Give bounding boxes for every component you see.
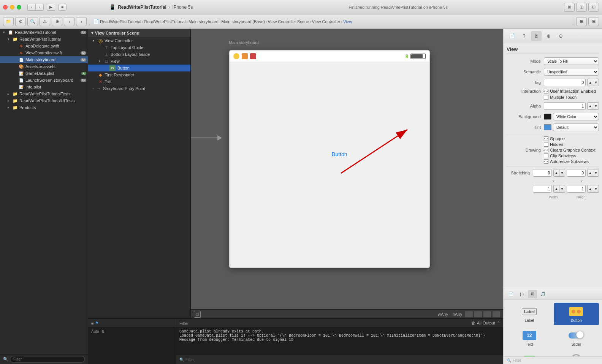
fwd-btn2[interactable]: › [76, 17, 87, 26]
scene-item-responder[interactable]: ◆ First Responder [88, 71, 190, 78]
obj-media-btn[interactable]: 🎵 [539, 290, 548, 298]
scene-item-entry[interactable]: → → Storyboard Entry Point [88, 85, 190, 92]
scene-item-bottomlayout[interactable]: ⊥ Bottom Layout Guide [88, 51, 190, 58]
sidebar-filter-input[interactable] [10, 356, 85, 362]
tint-select[interactable]: Default [553, 123, 599, 131]
inspector-attr-btn[interactable]: 🎚 [531, 31, 542, 41]
multitouch-cb[interactable]: Multiple Touch [544, 95, 577, 100]
minimize-button[interactable] [10, 5, 14, 9]
mode-select[interactable]: Scale To Fill [544, 57, 599, 65]
breadcrumb-item-7[interactable]: View [343, 19, 352, 24]
obj-item-button[interactable]: Button [554, 303, 599, 325]
sidebar-item-products[interactable]: ▸ 📁 Products [0, 104, 88, 111]
canvas-btn-2[interactable] [474, 311, 482, 317]
obj-obj-btn[interactable]: ⊞ [528, 290, 537, 298]
stretch-w-input[interactable] [533, 185, 552, 193]
autoresize-cb[interactable]: ✓ Autoresize Subviews [544, 159, 596, 164]
canvas-btn-1[interactable] [465, 311, 473, 317]
hidden-cb[interactable]: Hidden [544, 142, 596, 147]
breadcrumb-item-2[interactable]: ReadWritePlistTutorial › [144, 19, 188, 24]
semantic-select[interactable]: Unspecified [544, 68, 599, 76]
inspector-connect-btn[interactable]: ⊙ [555, 31, 566, 41]
obj-item-toggle[interactable]: Toggle [507, 351, 552, 356]
bg-swatch[interactable] [544, 114, 551, 120]
clip-cb[interactable]: Clip Subviews [544, 154, 596, 158]
inspector-file-btn[interactable]: 📄 [507, 31, 517, 41]
tint-swatch[interactable] [544, 124, 551, 130]
git-btn[interactable]: ⊕ [52, 17, 62, 26]
sidebar-item-tests[interactable]: ▸ 📁 ReadWritePlistTutorialTests [0, 90, 88, 97]
scene-item-toplayout[interactable]: ⊤ Top Layout Guide [88, 44, 190, 51]
breadcrumb-item-4[interactable]: Main.storyboard (Base) › [222, 19, 267, 24]
canvas-icon[interactable]: □ [194, 311, 201, 318]
stretch-y-down[interactable]: ▼ [593, 169, 599, 177]
stretch-w-up[interactable]: ▲ [553, 185, 559, 193]
canvas-button[interactable]: Button [332, 151, 347, 157]
obj-item-slider[interactable]: Slider [554, 327, 599, 349]
canvas-btn-3[interactable] [483, 311, 491, 317]
stretch-h-down[interactable]: ▼ [593, 185, 599, 193]
scene-item-vc[interactable]: ▾ ◎ View Controller [88, 37, 190, 44]
sidebar-item-uitests[interactable]: ▸ 📁 ReadWritePlistTutorialUITests [0, 97, 88, 104]
scene-item-exit[interactable]: ✕ Exit [88, 78, 190, 85]
autoresize-checkbox[interactable]: ✓ [544, 159, 548, 164]
run-button[interactable]: ▶ [47, 4, 55, 11]
debug-clear-icon[interactable]: 🗑 [471, 321, 475, 326]
layout-btn-3[interactable]: ⊟ [588, 3, 599, 12]
obj-item-spinner[interactable]: Spinner [554, 351, 599, 356]
find-btn[interactable]: 🔍 [27, 17, 38, 26]
layout-btn-2[interactable]: ◫ [576, 3, 587, 12]
clip-checkbox[interactable] [544, 154, 548, 158]
clears-cb[interactable]: ✓ Clears Graphics Context [544, 148, 596, 152]
stop-button[interactable]: ■ [58, 4, 67, 11]
obj-item-text[interactable]: 12 Text [507, 327, 552, 349]
interaction-user-cb[interactable]: ✓ User Interaction Enabled [544, 89, 596, 93]
inspector-toggle[interactable]: ⊞ [576, 17, 587, 26]
stretch-y-input[interactable] [567, 169, 586, 177]
sidebar-item-viewcontroller[interactable]: S ViewController.swift M [0, 49, 88, 56]
stretch-x-input[interactable] [533, 169, 552, 177]
layout-btn-1[interactable]: ⊞ [564, 3, 575, 12]
opaque-checkbox[interactable]: ✓ [544, 136, 548, 141]
bg-select[interactable]: White Color [553, 113, 599, 120]
alpha-input[interactable] [544, 102, 586, 110]
alpha-step-up[interactable]: ▲ [587, 102, 593, 110]
stretch-x-up[interactable]: ▲ [553, 169, 559, 177]
tag-step-up[interactable]: ▲ [587, 79, 593, 86]
back-btn2[interactable]: ‹ [64, 17, 74, 26]
iphone-content[interactable]: Button [230, 62, 429, 267]
multitouch-checkbox[interactable] [544, 95, 548, 100]
debug-output-label[interactable]: All Output [477, 321, 495, 326]
breadcrumb-item-5[interactable]: View Controller Scene › [268, 19, 311, 24]
stretch-y-up[interactable]: ▲ [587, 169, 593, 177]
stretch-h-input[interactable] [567, 185, 586, 193]
debug-toggle[interactable]: ⊟ [588, 17, 599, 26]
sidebar-item-assets[interactable]: 🎨 Assets.xcassets [0, 63, 88, 70]
stretch-w-down[interactable]: ▼ [559, 185, 565, 193]
canvas-btn-4[interactable] [493, 311, 500, 317]
tag-step-down[interactable]: ▼ [593, 79, 599, 86]
breadcrumb-item-3[interactable]: Main.storyboard › [189, 19, 221, 24]
sidebar-item-folder-1[interactable]: ▾ 📁 ReadWritePlistTutorial [0, 36, 88, 43]
inspector-quick-btn[interactable]: ? [519, 31, 529, 41]
forward-button[interactable]: › [35, 4, 44, 11]
clears-checkbox[interactable]: ✓ [544, 148, 548, 152]
breadcrumb-item-1[interactable]: 📄 ReadWritePlistTutorial › [93, 19, 144, 24]
maximize-button[interactable] [17, 5, 21, 9]
iphone-frame[interactable]: 🔋 [229, 50, 430, 268]
user-interaction-checkbox[interactable]: ✓ [544, 89, 548, 93]
obj-file-btn[interactable]: 📄 [507, 290, 516, 298]
sidebar-item-mainstoryboard[interactable]: 📄 Main storyboard M [0, 56, 88, 63]
sidebar-item-appdelegate[interactable]: S AppDelegate.swift [0, 43, 88, 49]
close-button[interactable] [3, 5, 8, 9]
hidden-checkbox[interactable] [544, 142, 548, 147]
breadcrumb-item-6[interactable]: View Controller › [312, 19, 342, 24]
obj-code-btn[interactable]: { } [517, 290, 526, 298]
scene-item-button[interactable]: B Button [88, 65, 190, 71]
sidebar-item-gamedata[interactable]: 📝 GameData.plist A [0, 70, 88, 77]
obj-item-label[interactable]: Label Label [507, 303, 552, 325]
sidebar-item-info[interactable]: 📝 Info.plist [0, 84, 88, 90]
debug-flag-icon[interactable]: ⚑ [95, 321, 99, 326]
tag-input[interactable] [544, 79, 586, 86]
warn-btn[interactable]: ⚠ [40, 17, 50, 26]
